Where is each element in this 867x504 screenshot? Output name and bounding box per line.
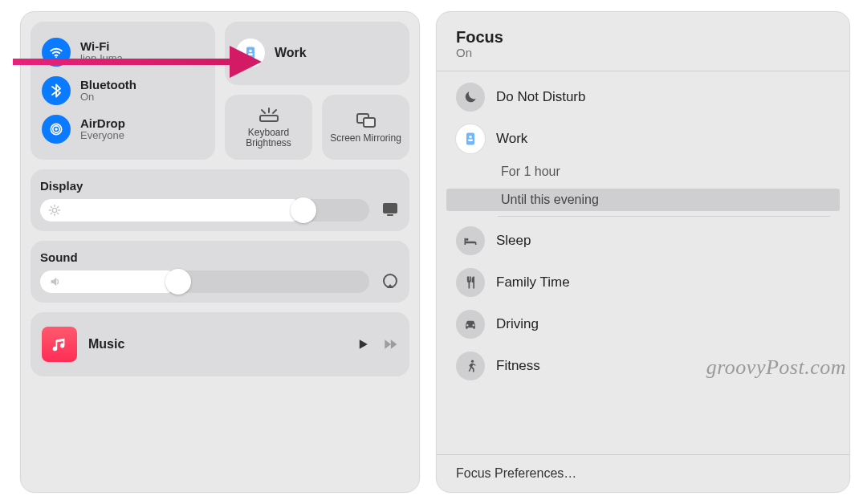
sound-card: Sound (31, 241, 409, 303)
display-card: Display (31, 169, 409, 231)
badge-icon (456, 124, 485, 153)
svg-line-19 (57, 213, 58, 213)
keyboard-brightness-icon (258, 105, 280, 124)
focus-mode-dnd[interactable]: Do Not Disturb (437, 76, 849, 118)
focus-tile[interactable]: Work (225, 22, 409, 85)
sound-label: Sound (40, 250, 400, 264)
bed-icon (456, 226, 485, 255)
svg-rect-10 (260, 116, 278, 121)
screen-mirroring-label: Screen Mirroring (330, 133, 401, 144)
airplay-audio-icon[interactable] (381, 272, 400, 291)
bluetooth-toggle[interactable]: Bluetooth On (42, 71, 204, 110)
wifi-toggle[interactable]: Wi-Fi lion-luma (42, 33, 204, 71)
bluetooth-subtitle: On (80, 91, 136, 103)
utensils-icon (456, 268, 485, 297)
svg-point-26 (469, 136, 472, 139)
focus-mode-fitness-label: Fitness (496, 358, 540, 374)
svg-point-13 (52, 208, 56, 212)
focus-panel-title: Focus (456, 28, 830, 47)
wifi-title: Wi-Fi (80, 40, 123, 54)
watermark: groovyPost.com (706, 356, 846, 380)
wifi-icon (42, 38, 71, 67)
wifi-subtitle: lion-luma (80, 53, 123, 64)
work-option-1hour[interactable]: For 1 hour (498, 160, 849, 184)
focus-mode-sleep-label: Sleep (496, 233, 531, 249)
display-output-icon[interactable] (381, 201, 400, 220)
svg-rect-4 (246, 47, 254, 59)
focus-mode-dnd-label: Do Not Disturb (496, 89, 585, 105)
focus-mode-driving-label: Driving (496, 316, 539, 332)
keyboard-brightness-tile[interactable]: Keyboard Brightness (225, 95, 312, 160)
svg-line-20 (51, 213, 51, 213)
play-icon[interactable] (355, 336, 371, 352)
svg-point-0 (55, 56, 57, 58)
focus-tile-label: Work (275, 46, 307, 60)
focus-panel: Focus On Do Not Disturb Work For 1 hour … (436, 11, 850, 493)
connectivity-card: Wi-Fi lion-luma Bluetooth On (31, 22, 215, 160)
work-option-until-evening[interactable]: Until this evening (446, 189, 840, 211)
car-icon (456, 310, 485, 339)
next-track-icon[interactable] (382, 336, 398, 352)
sound-slider[interactable] (40, 270, 369, 293)
focus-mode-family[interactable]: Family Time (437, 262, 849, 303)
svg-rect-22 (383, 203, 397, 213)
badge-icon (236, 39, 265, 67)
svg-point-28 (471, 360, 474, 363)
keyboard-brightness-label: Keyboard Brightness (230, 128, 307, 148)
focus-panel-status: On (456, 46, 830, 59)
svg-line-21 (57, 206, 58, 207)
airdrop-subtitle: Everyone (80, 130, 125, 141)
sun-icon (48, 204, 61, 217)
focus-mode-sleep[interactable]: Sleep (437, 220, 849, 262)
control-center-panel: Wi-Fi lion-luma Bluetooth On (20, 11, 420, 493)
focus-mode-family-label: Family Time (496, 274, 570, 291)
svg-rect-27 (468, 139, 473, 141)
focus-preferences-link[interactable]: Focus Preferences… (437, 455, 849, 492)
svg-rect-12 (364, 118, 375, 127)
bluetooth-title: Bluetooth (80, 79, 136, 92)
svg-line-8 (262, 110, 265, 113)
airdrop-toggle[interactable]: AirDrop Everyone (42, 110, 204, 148)
focus-mode-work[interactable]: Work (437, 118, 849, 160)
display-slider[interactable] (40, 199, 369, 222)
now-playing-card[interactable]: Music (31, 312, 409, 376)
music-title: Music (88, 337, 344, 352)
music-app-icon (42, 327, 77, 362)
svg-point-1 (55, 128, 58, 131)
bluetooth-icon (42, 76, 71, 105)
airdrop-icon (42, 115, 71, 144)
svg-rect-6 (248, 54, 253, 56)
airdrop-title: AirDrop (80, 117, 125, 131)
running-icon (456, 352, 485, 380)
svg-point-5 (249, 50, 252, 53)
svg-line-18 (51, 206, 51, 207)
svg-line-9 (273, 110, 276, 113)
svg-rect-23 (387, 214, 393, 216)
display-label: Display (40, 179, 400, 193)
screen-mirroring-icon (356, 111, 377, 130)
moon-icon (456, 83, 485, 112)
focus-mode-work-label: Work (496, 131, 527, 147)
svg-rect-25 (466, 133, 474, 145)
speaker-icon (48, 275, 63, 288)
screen-mirroring-tile[interactable]: Screen Mirroring (322, 95, 409, 160)
focus-mode-driving[interactable]: Driving (437, 303, 849, 345)
